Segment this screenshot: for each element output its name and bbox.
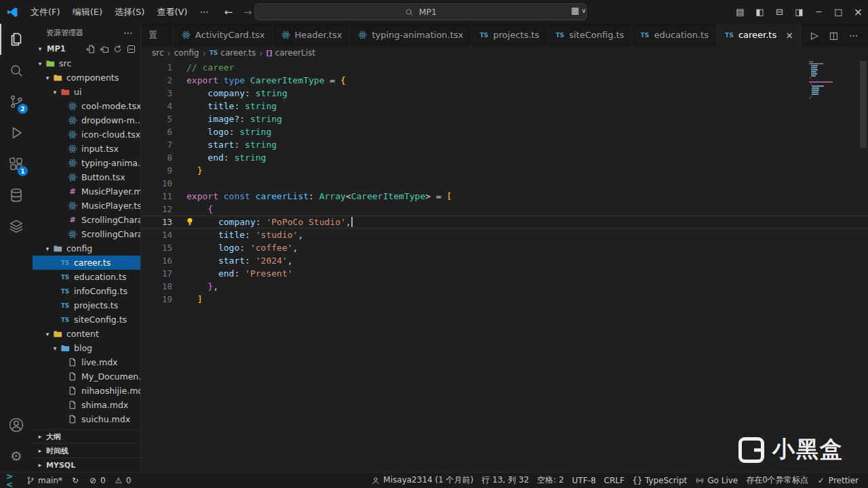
git-blame[interactable]: Misaya2314 (1 个月前) bbox=[367, 472, 477, 488]
menu-item-4[interactable]: ⋯ bbox=[193, 4, 214, 20]
code-line-2[interactable]: 2export type CareerItemType = { bbox=[141, 74, 868, 87]
tab-education.ts[interactable]: TSeducation.ts bbox=[632, 24, 717, 46]
tree-file-shima.mdx[interactable]: shima.mdx bbox=[33, 398, 140, 412]
activitybar-search[interactable] bbox=[0, 55, 33, 86]
back-button[interactable]: ← bbox=[224, 6, 233, 18]
warnings[interactable]: ⚠0 bbox=[110, 472, 136, 488]
code-line-3[interactable]: 3 company: string bbox=[141, 87, 868, 100]
language-mode[interactable]: {}TypeScript bbox=[629, 472, 691, 488]
activitybar-run-debug[interactable] bbox=[0, 117, 33, 148]
tree-file-input.tsx[interactable]: input.tsx bbox=[33, 142, 140, 156]
activitybar-layers[interactable] bbox=[0, 211, 33, 242]
tree-file-ScrollingChara...[interactable]: #ScrollingChara... bbox=[33, 213, 140, 227]
code-line-10[interactable]: 10 bbox=[141, 177, 868, 190]
tab-career.ts[interactable]: TScareer.ts× bbox=[717, 24, 802, 46]
tree-folder-ui[interactable]: ▾ui bbox=[33, 85, 140, 99]
tree-file-MusicPlayer.m...[interactable]: #MusicPlayer.m... bbox=[33, 184, 140, 199]
indentation[interactable]: 空格: 2 bbox=[533, 472, 568, 488]
tree-file-typing-anima...[interactable]: typing-anima... bbox=[33, 156, 140, 170]
close-window-button[interactable]: × bbox=[848, 0, 868, 24]
tree-folder-src[interactable]: ▾src bbox=[33, 56, 140, 70]
menu-item-2[interactable]: 选择(S) bbox=[108, 4, 151, 20]
prettier[interactable]: ✓Prettier bbox=[812, 472, 863, 488]
close-tab-button[interactable]: × bbox=[785, 30, 793, 41]
code-line-4[interactable]: 4 title: string bbox=[141, 100, 868, 113]
copilot-menu[interactable]: ▦ ∨ bbox=[571, 5, 587, 16]
code-area[interactable]: 1// career2export type CareerItemType = … bbox=[141, 60, 868, 306]
collapse-folders-button[interactable] bbox=[126, 44, 136, 54]
tree-file-infoConfig.ts[interactable]: TSinfoConfig.ts bbox=[33, 284, 140, 298]
code-line-8[interactable]: 8 end: string bbox=[141, 151, 868, 164]
breadcrumb-src[interactable]: src bbox=[152, 48, 164, 58]
tree-file-My_Documen...[interactable]: My_Documen... bbox=[33, 369, 140, 384]
forward-button[interactable]: → bbox=[243, 6, 252, 18]
tree-file-cool-mode.tsx[interactable]: cool-mode.tsx bbox=[33, 99, 140, 113]
code-line-9[interactable]: 9 } bbox=[141, 164, 868, 177]
new-file-button[interactable] bbox=[85, 44, 96, 54]
tree-file-siteConfig.ts[interactable]: TSsiteConfig.ts bbox=[33, 312, 140, 327]
sidebar-section-MYSQL[interactable]: ▸MYSQL bbox=[33, 458, 140, 472]
scrollbar-thumb[interactable] bbox=[860, 61, 867, 148]
code-line-12[interactable]: 12 { bbox=[141, 203, 868, 216]
code-line-16[interactable]: 16 start: '2024', bbox=[141, 254, 868, 267]
toggle-sidebar-button[interactable]: ◧ bbox=[750, 0, 770, 24]
split-editor-button[interactable]: ◫ bbox=[829, 30, 838, 40]
remote-indicator[interactable]: >< bbox=[0, 472, 22, 488]
tree-folder-config[interactable]: ▾config bbox=[33, 241, 140, 256]
tab-Header.tsx[interactable]: Header.tsx bbox=[273, 24, 351, 46]
breadcrumb-career.ts[interactable]: TScareer.ts bbox=[210, 48, 256, 58]
tree-folder-components[interactable]: ▾components bbox=[33, 70, 140, 85]
activitybar-database[interactable] bbox=[0, 180, 33, 211]
tree-file-dropdown-m...[interactable]: dropdown-m... bbox=[33, 113, 140, 127]
menu-item-3[interactable]: 查看(V) bbox=[151, 4, 193, 20]
code-line-7[interactable]: 7 start: string bbox=[141, 138, 868, 151]
abnormal-punctuation[interactable]: 存在0个异常标点 bbox=[742, 472, 812, 488]
tree-file-nihaoshijie.mdx[interactable]: nihaoshijie.mdx bbox=[33, 384, 140, 398]
code-line-5[interactable]: 5 image?: string bbox=[141, 113, 868, 125]
activitybar-explorer[interactable] bbox=[0, 24, 33, 55]
activitybar-settings[interactable]: ⚙ bbox=[0, 441, 33, 472]
toggle-secondary-sidebar-button[interactable]: ◨ bbox=[789, 0, 809, 24]
tree-file-Button.tsx[interactable]: Button.tsx bbox=[33, 170, 140, 184]
code-line-14[interactable]: 14 title: 'studio', bbox=[141, 228, 868, 241]
breadcrumb-config[interactable]: config bbox=[174, 48, 199, 58]
encoding[interactable]: UTF-8 bbox=[568, 472, 600, 488]
menu-item-1[interactable]: 编辑(E) bbox=[66, 4, 108, 20]
errors[interactable]: ⊘0 bbox=[84, 472, 110, 488]
tab-ActivityCard.tsx[interactable]: ActivityCard.tsx bbox=[174, 24, 273, 46]
new-folder-button[interactable] bbox=[99, 44, 109, 54]
run-button[interactable]: ▷ bbox=[811, 30, 818, 40]
tree-file-icon-cloud.tsx[interactable]: icon-cloud.tsx bbox=[33, 127, 140, 142]
more-actions-icon[interactable]: ⋯ bbox=[123, 27, 134, 38]
tree-file-projects.ts[interactable]: TSprojects.ts bbox=[33, 298, 140, 312]
refresh-explorer-button[interactable] bbox=[113, 44, 123, 54]
minimize-button[interactable]: ─ bbox=[809, 0, 829, 24]
code-line-15[interactable]: 15 logo: 'coffee', bbox=[141, 241, 868, 254]
activitybar-extensions[interactable]: 1 bbox=[0, 148, 33, 180]
toggle-panel-button[interactable]: ⊟ bbox=[770, 0, 789, 24]
tree-folder-content[interactable]: ▾content bbox=[33, 327, 140, 341]
eol[interactable]: CRLF bbox=[600, 472, 629, 488]
code-line-13[interactable]: 13 company: 'PoPoCo Studio', bbox=[141, 216, 868, 228]
minimap[interactable] bbox=[809, 61, 851, 100]
tree-file-ScrollingChara...[interactable]: ScrollingChara... bbox=[33, 227, 140, 241]
tab-typing-animation.tsx[interactable]: typing-animation.tsx bbox=[350, 24, 471, 46]
project-root-row[interactable]: ▾ MP1 bbox=[33, 41, 140, 56]
code-line-18[interactable]: 18 }, bbox=[141, 280, 868, 293]
maximize-button[interactable]: □ bbox=[829, 0, 848, 24]
tree-file-suichu.mdx[interactable]: suichu.mdx bbox=[33, 412, 140, 426]
tab-projects.ts[interactable]: TSprojects.ts bbox=[471, 24, 547, 46]
code-line-19[interactable]: 19 ] bbox=[141, 293, 868, 306]
go-live[interactable]: Go Live bbox=[691, 472, 742, 488]
tree-file-education.ts[interactable]: TSeducation.ts bbox=[33, 270, 140, 284]
sidebar-section-大纲[interactable]: ▸大纲 bbox=[33, 429, 140, 443]
tree-file-MusicPlayer.tsx[interactable]: MusicPlayer.tsx bbox=[33, 199, 140, 213]
code-line-6[interactable]: 6 logo: string bbox=[141, 125, 868, 138]
command-center-search[interactable]: MP1 bbox=[254, 3, 587, 20]
activitybar-source-control[interactable]: 2 bbox=[0, 86, 33, 117]
sync-button[interactable]: ↻ bbox=[66, 472, 84, 488]
sidebar-section-时间线[interactable]: ▸时间线 bbox=[33, 443, 140, 458]
activitybar-accounts[interactable] bbox=[0, 409, 33, 441]
code-line-1[interactable]: 1// career bbox=[141, 61, 868, 74]
git-branch[interactable]: main* bbox=[22, 472, 66, 488]
